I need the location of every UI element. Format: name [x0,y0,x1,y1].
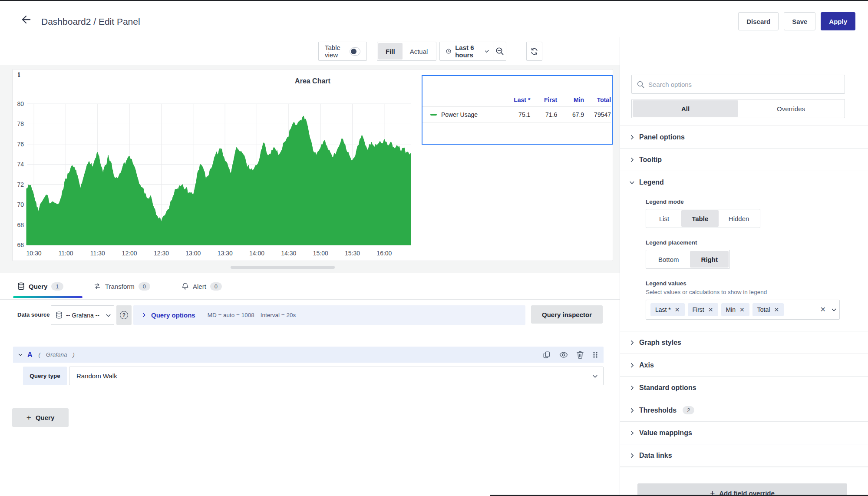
chevron-right-icon [142,313,146,317]
remove-chip-icon[interactable]: ✕ [739,306,745,313]
legend-col-first[interactable]: First [530,96,557,103]
chevron-right-icon [629,135,634,139]
chip-min: Min ✕ [721,303,749,316]
legend-col-min[interactable]: Min [557,96,584,103]
hide-query-button[interactable] [559,351,568,358]
legend-col-last[interactable]: Last * [498,96,530,103]
datasource-select[interactable]: -- Grafana -- [51,305,114,325]
section-value-mappings[interactable]: Value mappings [620,421,868,444]
search-input[interactable] [648,81,839,88]
legend-mode-segment: List Table Hidden [646,209,760,228]
legend-options-body: Legend mode List Table Hidden Legend pla… [620,193,868,331]
collapse-chevron-icon[interactable] [18,352,23,356]
option-sections: Panel options Tooltip Legend Legend mode… [620,126,868,467]
apply-button[interactable]: Apply [821,12,855,30]
datasource-help-button[interactable]: ? [116,305,132,325]
query-type-select[interactable]: Random Walk [69,367,604,385]
legend-mode-table[interactable]: Table [681,210,719,227]
chevron-down-icon [106,312,111,317]
legend-header-row: Last * First Min Total [422,93,611,106]
svg-text:13:00: 13:00 [185,250,201,257]
remove-chip-icon[interactable]: ✕ [774,306,779,313]
legend-placement-right[interactable]: Right [690,251,729,268]
remove-chip-icon[interactable]: ✕ [708,306,713,313]
save-button[interactable]: Save [784,12,815,30]
legend-col-total[interactable]: Total [584,96,611,103]
svg-text:15:00: 15:00 [313,250,328,257]
time-range-picker[interactable]: Last 6 hours [440,42,494,60]
tab-transform[interactable]: Transform 0 [93,278,150,294]
tab-alert[interactable]: Alert 0 [182,278,222,294]
grafana-edit-panel: Dashboard2 / Edit Panel Discard Save App… [0,0,868,496]
divider [620,466,868,467]
back-button[interactable] [18,12,33,27]
legend-mode-hidden[interactable]: Hidden [719,210,759,227]
add-query-button[interactable]: + Query [12,408,69,427]
chevron-right-icon [629,408,634,413]
query-row-header[interactable]: A (-- Grafana --) [13,347,604,363]
eye-icon [559,351,568,358]
section-legend[interactable]: Legend [620,171,868,193]
legend-values-multiselect[interactable]: Last * ✕ First ✕ Min ✕ Total ✕ [646,300,840,320]
query-options-row: Data source -- Grafana -- ? Query option… [0,305,620,325]
legend-table-highlight: Last * First Min Total Power Usage 75.1 … [422,75,613,145]
active-tab-indicator [13,296,83,298]
query-type-value: Random Walk [76,372,117,380]
filter-overrides[interactable]: Overrides [738,100,844,117]
chevron-down-icon [593,373,597,377]
tab-transform-label: Transform [105,283,135,290]
tab-alert-label: Alert [193,283,206,290]
chevron-down-icon[interactable] [832,307,836,311]
tab-query-label: Query [29,283,47,290]
zoom-out-button[interactable] [494,42,506,60]
query-type-label: Query type [23,367,67,385]
panel-preview: i 666870727476788010:3011:0011:3012:0012… [12,69,613,261]
remove-chip-icon[interactable]: ✕ [675,306,680,313]
filter-all[interactable]: All [633,100,738,117]
time-range-label: Last 6 hours [455,44,481,59]
duplicate-query-button[interactable] [543,351,551,359]
query-editor-row-a: A (-- Grafana --) [13,347,604,385]
section-standard-options[interactable]: Standard options [620,376,868,399]
section-graph-styles[interactable]: Graph styles [620,331,868,354]
options-search[interactable] [631,75,845,94]
svg-text:12:00: 12:00 [122,250,137,257]
legend-mode-list[interactable]: List [647,210,681,227]
svg-text:70: 70 [17,201,24,208]
tab-query[interactable]: Query 1 [17,278,63,294]
chevron-right-icon [629,340,634,345]
legend-series-row[interactable]: Power Usage 75.1 71.6 67.9 79547 [422,106,611,122]
section-panel-options[interactable]: Panel options [620,126,868,148]
table-view-toggle[interactable]: Table view [318,42,367,61]
legend-placement-bottom[interactable]: Bottom [647,251,690,268]
fill-option[interactable]: Fill [378,43,403,60]
options-sidebar: All Overrides Panel options Tooltip Lege… [620,37,868,496]
chevron-right-icon [629,385,634,390]
discard-button[interactable]: Discard [738,12,779,30]
delete-query-button[interactable] [577,351,584,359]
drag-handle-icon[interactable] [592,351,598,359]
section-thresholds[interactable]: Thresholds 2 [620,399,868,421]
add-field-override-button[interactable]: + Add field override [637,483,847,496]
tab-query-count: 1 [51,282,63,291]
query-row-actions [543,351,598,359]
section-tooltip[interactable]: Tooltip [620,148,868,171]
toggle-knob [351,49,356,54]
query-options-toggle[interactable]: Query options MD = auto = 1008 Interval … [133,305,525,325]
svg-text:11:00: 11:00 [58,250,73,257]
query-ref-id[interactable]: A [27,351,33,359]
editor-tabs: Query 1 Transform 0 Alert 0 [0,273,620,300]
refresh-button[interactable] [526,42,542,61]
chevron-down-icon [485,49,489,53]
stat-first: 71.6 [530,111,557,118]
clear-all-icon[interactable]: ✕ [820,306,826,313]
stat-last: 75.1 [498,111,530,118]
copy-icon [543,351,551,359]
pane-resize-handle[interactable] [231,266,335,269]
section-data-links[interactable]: Data links [620,444,868,466]
table-view-switch[interactable] [350,47,360,56]
header: Dashboard2 / Edit Panel Discard Save App… [0,1,868,37]
actual-option[interactable]: Actual [403,43,436,60]
query-inspector-button[interactable]: Query inspector [531,305,603,324]
section-axis[interactable]: Axis [620,354,868,376]
